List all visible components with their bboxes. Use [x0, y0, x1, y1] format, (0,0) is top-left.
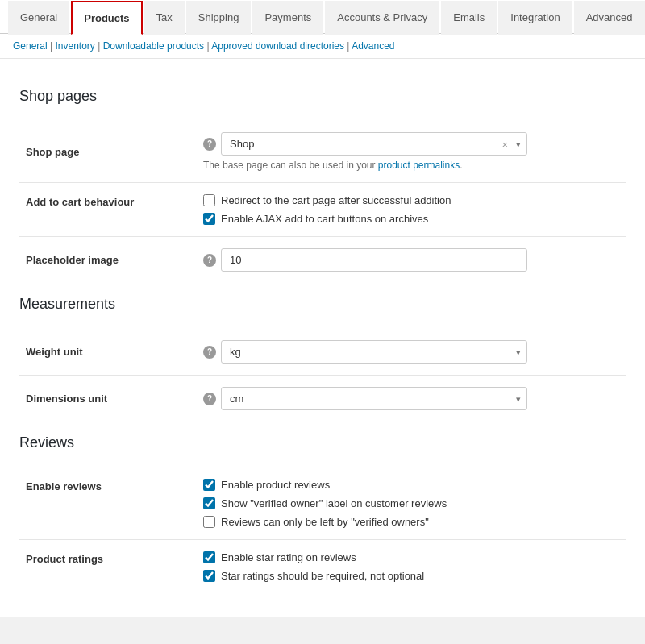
tab-accounts-privacy[interactable]: Accounts & Privacy — [325, 1, 439, 35]
redirect-cart-checkbox-label[interactable]: Redirect to the cart page after successf… — [203, 194, 619, 206]
dimensions-unit-field: ? cm m mm in yd ▾ — [197, 376, 626, 422]
shop-page-row: Shop page ? Shop × ▾ The base page — [19, 121, 626, 183]
redirect-cart-text: Redirect to the cart page after successf… — [221, 194, 451, 206]
verified-owners-only-text: Reviews can only be left by "verified ow… — [221, 516, 429, 528]
placeholder-image-row: Placeholder image ? — [19, 237, 626, 284]
content-area: Shop pages Shop page ? Shop × ▾ — [0, 59, 645, 617]
tab-general[interactable]: General — [8, 1, 69, 35]
tab-emails[interactable]: Emails — [441, 1, 497, 35]
add-to-cart-checkboxes: Redirect to the cart page after successf… — [203, 194, 619, 225]
enable-product-reviews-checkbox[interactable] — [203, 479, 215, 491]
enable-reviews-checkboxes: Enable product reviews Show "verified ow… — [203, 479, 619, 528]
add-to-cart-row: Add to cart behaviour Redirect to the ca… — [19, 183, 626, 237]
breadcrumb-inventory[interactable]: Inventory — [56, 40, 95, 52]
shop-page-help-icon[interactable]: ? — [203, 138, 216, 151]
tab-products[interactable]: Products — [71, 1, 142, 35]
enable-star-rating-checkbox[interactable] — [203, 551, 215, 563]
dimensions-unit-help-icon[interactable]: ? — [203, 393, 216, 405]
shop-page-select-wrapper: Shop × ▾ — [221, 132, 527, 156]
enable-ajax-checkbox[interactable] — [203, 213, 215, 225]
tab-tax[interactable]: Tax — [144, 1, 185, 35]
shop-page-field: ? Shop × ▾ The base page can also be use… — [197, 121, 626, 183]
product-ratings-field: Enable star rating on reviews Star ratin… — [197, 540, 626, 594]
reviews-title: Reviews — [19, 434, 626, 451]
enable-ajax-checkbox-label[interactable]: Enable AJAX add to cart buttons on archi… — [203, 213, 619, 225]
weight-unit-field: ? kg g lbs oz ▾ — [197, 329, 626, 376]
enable-reviews-row: Enable reviews Enable product reviews Sh… — [19, 467, 626, 540]
tab-advanced[interactable]: Advanced — [574, 1, 645, 35]
enable-product-reviews-label[interactable]: Enable product reviews — [203, 479, 619, 491]
placeholder-image-label: Placeholder image — [19, 237, 197, 284]
shop-pages-title: Shop pages — [19, 88, 626, 105]
shop-page-hint: The base page can also be used in your p… — [203, 160, 619, 171]
placeholder-image-input[interactable] — [221, 248, 527, 272]
weight-unit-select[interactable]: kg g lbs oz — [221, 340, 527, 364]
dimensions-unit-label: Dimensions unit — [19, 376, 197, 422]
measurements-table: Weight unit ? kg g lbs oz ▾ — [19, 329, 626, 422]
reviews-table: Enable reviews Enable product reviews Sh… — [19, 467, 626, 593]
enable-star-rating-text: Enable star rating on reviews — [221, 551, 356, 563]
star-rating-required-text: Star ratings should be required, not opt… — [221, 570, 424, 582]
tab-integration[interactable]: Integration — [498, 1, 572, 35]
page-wrapper: General Products Tax Shipping Payments A… — [0, 0, 645, 644]
weight-unit-help-icon[interactable]: ? — [203, 346, 216, 359]
dimensions-unit-row: Dimensions unit ? cm m mm in yd — [19, 376, 626, 422]
enable-ajax-text: Enable AJAX add to cart buttons on archi… — [221, 213, 428, 225]
product-ratings-label: Product ratings — [19, 540, 197, 594]
weight-unit-select-wrapper: kg g lbs oz ▾ — [221, 340, 527, 364]
enable-star-rating-checkbox-label[interactable]: Enable star rating on reviews — [203, 551, 619, 563]
verified-owners-only-checkbox[interactable] — [203, 516, 215, 528]
add-to-cart-field: Redirect to the cart page after successf… — [197, 183, 626, 237]
product-ratings-checkboxes: Enable star rating on reviews Star ratin… — [203, 551, 619, 582]
verified-owner-label-checkbox[interactable] — [203, 497, 215, 509]
breadcrumb-downloadable-products[interactable]: Downloadable products — [103, 40, 204, 52]
tabs-bar: General Products Tax Shipping Payments A… — [0, 0, 645, 34]
breadcrumb: General | Inventory | Downloadable produ… — [0, 34, 645, 59]
measurements-title: Measurements — [19, 296, 626, 313]
breadcrumb-approved-directories[interactable]: Approved download directories — [211, 40, 344, 52]
enable-reviews-field: Enable product reviews Show "verified ow… — [197, 467, 626, 540]
placeholder-image-field: ? — [197, 237, 626, 284]
enable-product-reviews-text: Enable product reviews — [221, 479, 330, 491]
product-ratings-row: Product ratings Enable star rating on re… — [19, 540, 626, 594]
star-rating-required-checkbox-label[interactable]: Star ratings should be required, not opt… — [203, 570, 619, 582]
add-to-cart-label: Add to cart behaviour — [19, 183, 197, 237]
product-permalinks-link[interactable]: product permalinks — [378, 160, 460, 171]
placeholder-image-help-icon[interactable]: ? — [203, 254, 216, 267]
enable-reviews-label: Enable reviews — [19, 467, 197, 540]
verified-owner-label-text: Show "verified owner" label on customer … — [221, 497, 447, 509]
weight-unit-label: Weight unit — [19, 329, 197, 376]
shop-page-select[interactable]: Shop — [221, 132, 527, 156]
redirect-cart-checkbox[interactable] — [203, 194, 215, 206]
verified-owner-label-checkbox-label[interactable]: Show "verified owner" label on customer … — [203, 497, 619, 509]
dimensions-unit-select-wrapper: cm m mm in yd ▾ — [221, 387, 527, 410]
star-rating-required-checkbox[interactable] — [203, 570, 215, 582]
verified-owners-only-checkbox-label[interactable]: Reviews can only be left by "verified ow… — [203, 516, 619, 528]
dimensions-unit-select[interactable]: cm m mm in yd — [221, 387, 527, 410]
breadcrumb-advanced[interactable]: Advanced — [352, 40, 394, 52]
tab-shipping[interactable]: Shipping — [186, 1, 252, 35]
weight-unit-row: Weight unit ? kg g lbs oz ▾ — [19, 329, 626, 376]
shop-page-label: Shop page — [19, 121, 197, 183]
tab-payments[interactable]: Payments — [252, 1, 323, 35]
shop-pages-table: Shop page ? Shop × ▾ The base page — [19, 121, 626, 283]
breadcrumb-general[interactable]: General — [13, 40, 48, 52]
